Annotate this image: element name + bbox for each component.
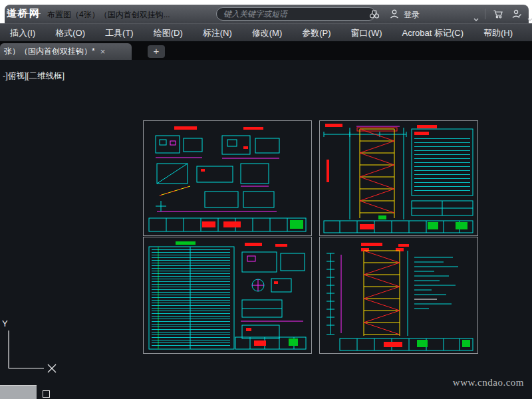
user-icon[interactable]: [389, 9, 400, 19]
drawing-tab[interactable]: 张）（国内首创双挂钩）* ×: [0, 43, 132, 60]
menu-insert[interactable]: 插入(I): [0, 27, 45, 39]
menu-dimension[interactable]: 标注(N): [193, 27, 242, 39]
chevron-down-icon[interactable]: [473, 13, 479, 17]
close-tab-icon[interactable]: ×: [100, 47, 106, 57]
drawing-sheet-top-left: [143, 120, 312, 236]
menu-draw[interactable]: 绘图(D): [144, 27, 193, 39]
site-watermark: www.cndao.com: [453, 377, 524, 388]
sheet-graphic: [320, 237, 477, 353]
title-bar: 道桥网 布置图（4张）（国内首创双挂钩... 登录: [5, 5, 529, 23]
new-tab-button[interactable]: +: [148, 45, 165, 58]
drawing-sheet-top-right: [319, 120, 478, 236]
site-logo-watermark: 道桥网: [7, 7, 41, 20]
account-icon[interactable]: [511, 9, 522, 19]
ucs-icon: Y: [0, 318, 66, 378]
menu-parametric[interactable]: 参数(P): [292, 27, 340, 39]
menu-tools[interactable]: 工具(T): [95, 27, 144, 39]
ucs-y-label: Y: [2, 319, 8, 329]
menu-help[interactable]: 帮助(H): [473, 27, 523, 39]
drawing-tab-label: 张）（国内首创双挂钩）*: [4, 46, 95, 57]
menu-window[interactable]: 窗口(W): [341, 27, 392, 39]
file-tab-bar: 张）（国内首创双挂钩）* × +: [0, 41, 532, 60]
chevron-down-icon[interactable]: [527, 13, 532, 17]
drawing-canvas[interactable]: -]俯视][二维线框]: [0, 60, 532, 399]
help-search-box[interactable]: [216, 7, 376, 21]
ucs-x-marker: [48, 364, 56, 372]
search-input[interactable]: [222, 9, 370, 19]
sheet-table-rows: [152, 249, 230, 346]
command-panel-fragment: [0, 385, 37, 399]
menu-modify[interactable]: 修改(M): [242, 27, 293, 39]
drawing-sheet-bottom-left: [143, 237, 312, 354]
sheet-graphic: [144, 121, 311, 235]
drawing-sheet-bottom-right: [319, 237, 478, 354]
menu-bar: 插入(I) 格式(O) 工具(T) 绘图(D) 标注(N) 修改(M) 参数(P…: [0, 23, 532, 42]
sign-in-link[interactable]: 登录: [404, 9, 420, 21]
menu-acrobat-markups[interactable]: Acrobat 标记(C): [392, 27, 473, 39]
sheet-table-rows: [414, 138, 470, 193]
search-binoculars-icon[interactable]: [369, 9, 380, 19]
viewport-controls[interactable]: -]俯视][二维线框]: [3, 70, 65, 82]
cart-icon[interactable]: [493, 9, 503, 19]
toolbar-divider: [485, 9, 485, 19]
statusbar-icon-fragment[interactable]: [43, 390, 50, 398]
menu-format[interactable]: 格式(O): [45, 27, 95, 39]
window-title: 布置图（4张）（国内首创双挂钩...: [47, 9, 170, 21]
